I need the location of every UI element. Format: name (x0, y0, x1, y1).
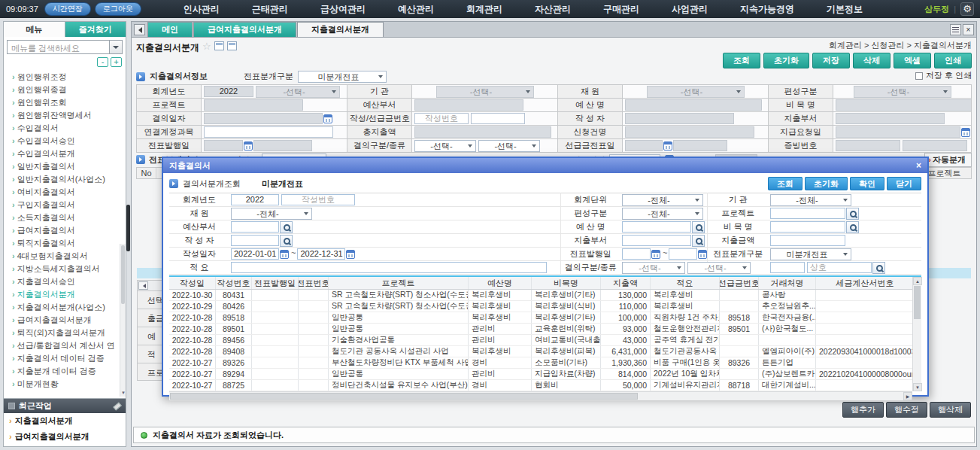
modal-action-button[interactable]: 닫기 (887, 177, 921, 190)
menu-tree-item[interactable]: ›지방소득세지출결의서 (12, 263, 126, 275)
sidebar-tab-menu[interactable]: 메뉴 (4, 22, 65, 37)
menu-tree-item[interactable]: ›수입결의서분개 (12, 147, 126, 160)
action-button[interactable]: 조회 (723, 53, 760, 68)
menu-tree-item[interactable]: ›여비지출결의서 (12, 186, 126, 199)
top-menu-item[interactable]: 지속가능경영 (736, 3, 799, 16)
search-icon[interactable] (692, 235, 705, 247)
advance-voucher-no-input[interactable] (673, 140, 727, 151)
table-row[interactable]: 2022-10-27 89326 부산철도차량정비단 KTX 부품세척 사업 경… (169, 357, 912, 369)
table-row[interactable]: 2022-10-28 89501 일반공통 관리비 교육훈련비(위탁) 93,0… (169, 324, 912, 335)
spend-dept-input[interactable] (836, 113, 945, 124)
tab-list-icon[interactable] (950, 24, 961, 35)
decision-type-select[interactable]: -선택- (478, 140, 540, 152)
table-row[interactable]: 2022-10-28 89408 철도기관 공동사옥 시설관리 사업 복리후생비… (169, 346, 912, 357)
scroll-up-icon[interactable]: ▲ (913, 277, 922, 285)
modal-action-button[interactable]: 조회 (768, 177, 803, 190)
table-row[interactable]: 2022-10-30 80431 SR 고속철도차량(SRT) 청소사업(수도권… (169, 290, 912, 301)
linked-account-input[interactable] (204, 126, 333, 138)
voucher-no-input[interactable] (253, 140, 312, 151)
calendar-icon[interactable] (346, 250, 355, 259)
action-button[interactable]: 인쇄 (934, 53, 972, 68)
menu-tree-item[interactable]: ›지출결의서분개 (12, 288, 126, 301)
request-title-input[interactable] (625, 126, 754, 138)
modal-writer-input[interactable] (231, 235, 279, 246)
voucher-date-input[interactable] (204, 140, 243, 151)
decision-kind-select[interactable]: -선택- (414, 140, 476, 152)
menu-tree-item[interactable]: ›원인행위조정 (12, 71, 126, 84)
calendar-icon[interactable] (698, 250, 707, 259)
top-menu-item[interactable]: 인사관리 (179, 3, 224, 16)
row-action-button[interactable]: 행삭제 (930, 402, 971, 418)
search-icon[interactable] (872, 262, 885, 274)
table-row[interactable]: 2022-10-27 88725 정비단건축시설물 유지보수 사업(부산) 경비… (169, 380, 912, 391)
action-button[interactable]: 엑셀 (894, 53, 931, 68)
eraser-icon[interactable] (113, 402, 122, 410)
tree-scrollbar[interactable]: ▼ (120, 244, 126, 397)
table-row[interactable]: 2022-10-27 89294 일반공통 관리비 지급임차료(차량) 814,… (169, 369, 912, 380)
top-menu-item[interactable]: 사업관리 (667, 3, 712, 16)
scroll-right-icon[interactable]: ▶ (903, 392, 912, 400)
menu-tree-item[interactable]: ›선급/통합결의서 계산서 연 (12, 339, 126, 352)
recent-work-item[interactable]: ›급여지출결의서분개 (4, 429, 126, 445)
row-action-button[interactable]: 행추가 (842, 402, 884, 418)
favorite-star-icon[interactable]: ☆ (202, 41, 211, 51)
calendar-icon[interactable] (663, 141, 672, 151)
modal-vendor-code-input[interactable] (770, 262, 805, 273)
modal-fund-select[interactable]: -전체- (231, 208, 312, 220)
modal-project-input[interactable] (770, 208, 845, 219)
calendar-icon[interactable] (244, 141, 253, 151)
evidence-no2-input[interactable] (903, 140, 967, 151)
modal-spend-amount-input[interactable] (770, 235, 845, 246)
calendar-icon[interactable] (651, 250, 660, 259)
menu-tree-item[interactable]: ›지출결의서분개(사업소) (12, 301, 126, 314)
advance-no-input[interactable] (471, 113, 525, 124)
table-row[interactable]: 2022-10-29 80426 SR 고속철도차량(SRT) 청소사업(수도권… (169, 301, 912, 312)
modal-acct-unit-select[interactable]: -전체- (622, 194, 703, 206)
row-action-button[interactable]: 행수정 (886, 402, 927, 418)
pay-request-date-input[interactable] (836, 126, 960, 138)
new-window-icon[interactable] (227, 41, 237, 50)
extend-session-button[interactable]: 시간연장 (44, 2, 91, 16)
advance-voucher-date-input[interactable] (625, 140, 663, 151)
menu-tree-item[interactable]: ›퇴직(외)지출결의서분개 (12, 327, 126, 339)
search-icon[interactable] (692, 221, 705, 233)
menu-tree-item[interactable]: ›원인행위종결 (12, 84, 126, 96)
evidence-no-input[interactable] (836, 140, 900, 151)
document-tab[interactable]: 지출결의서분개 (297, 22, 384, 37)
top-menu-item[interactable]: 회계관리 (462, 3, 507, 16)
modal-title-bar[interactable]: 지출결의서 × (163, 158, 927, 173)
org-select[interactable]: -선택- (436, 86, 534, 98)
recent-work-item[interactable]: ›지출결의서분개 (4, 413, 126, 429)
fund-select[interactable]: -선택- (647, 86, 745, 98)
modal-decision-type-select[interactable]: -선택- (687, 262, 751, 274)
horizontal-scrollbar[interactable]: ▶ (169, 391, 912, 400)
search-icon[interactable] (846, 208, 859, 220)
print-after-save-checkbox[interactable] (915, 72, 923, 80)
menu-tree-item[interactable]: ›원인행위조회 (12, 96, 126, 109)
menu-tree-item[interactable]: ›급여지출결의서 (12, 224, 126, 237)
modal-voucher-date-to-input[interactable] (669, 248, 697, 260)
menu-tree-item[interactable]: ›일반지출결의서(사업소) (12, 173, 126, 186)
expand-all-button[interactable]: + (111, 57, 122, 67)
menu-tree-item[interactable]: ›수입결의서 (12, 122, 126, 135)
doc-no-input[interactable]: 작성번호 (414, 113, 469, 124)
modal-date-to-input[interactable]: 2022-12-31 (297, 248, 345, 260)
calendar-icon[interactable] (280, 250, 289, 259)
fiscal-select[interactable]: -선택- (256, 86, 340, 98)
sidebar-tab-favorites[interactable]: 즐겨찾기 (65, 22, 126, 37)
top-menu-item[interactable]: 근태관리 (247, 3, 293, 16)
close-icon[interactable]: × (916, 161, 921, 170)
action-button[interactable]: 저장 (812, 53, 850, 68)
menu-tree-item[interactable]: ›퇴직지출결의서 (12, 237, 126, 250)
chevron-down-icon[interactable] (109, 41, 122, 53)
modal-voucher-split-select[interactable]: 미분개전표 (770, 248, 851, 260)
top-menu-item[interactable]: 구매관리 (599, 3, 644, 16)
menu-tree-item[interactable]: ›급여지출결의서분개 (12, 314, 126, 327)
modal-budget-name-input[interactable] (622, 221, 691, 233)
search-icon[interactable] (846, 221, 859, 233)
document-tab[interactable]: 급여지출결의서분개 (193, 22, 296, 37)
modal-doc-no-input[interactable]: 작성번호 (281, 194, 355, 205)
split-type-select[interactable]: 미분개전표 (298, 71, 387, 83)
action-button[interactable]: 삭제 (853, 53, 890, 68)
fiscal-year-input[interactable]: 2022 (204, 86, 253, 97)
